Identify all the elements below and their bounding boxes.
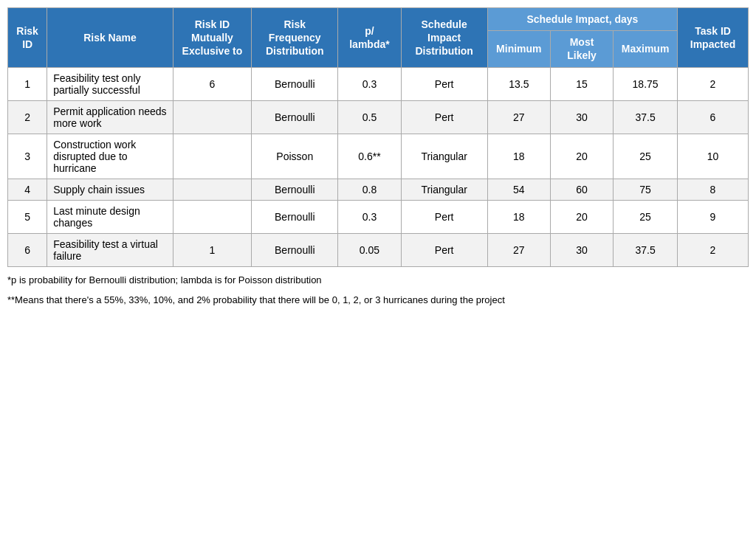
table-row: 3Construction work disrupted due to hurr…: [8, 134, 749, 179]
table-cell: Feasibility test only partially successf…: [47, 67, 173, 100]
table-cell: 2: [678, 67, 749, 100]
table-cell: 20: [550, 200, 613, 233]
table-cell: Supply chain issues: [47, 179, 173, 200]
table-cell: [173, 134, 252, 179]
table-cell: Pert: [401, 233, 487, 266]
table-cell: 37.5: [614, 233, 678, 266]
table-cell: 1: [8, 67, 47, 100]
table-cell: 1: [173, 233, 252, 266]
table-cell: 27: [487, 233, 550, 266]
table-cell: 30: [550, 233, 613, 266]
header-schedule-impact-dist: Schedule Impact Distribution: [401, 8, 487, 68]
table-cell: 6: [678, 100, 749, 134]
table-cell: 20: [550, 134, 613, 179]
table-cell: Last minute design changes: [47, 200, 173, 233]
table-row: 4Supply chain issuesBernoulli0.8Triangul…: [8, 179, 749, 200]
table-cell: Triangular: [401, 134, 487, 179]
table-cell: 9: [678, 200, 749, 233]
table-cell: Bernoulli: [252, 100, 338, 134]
table-cell: 15: [550, 67, 613, 100]
table-cell: 6: [8, 233, 47, 266]
table-cell: 25: [614, 200, 678, 233]
table-cell: Triangular: [401, 179, 487, 200]
table-cell: 37.5: [614, 100, 678, 134]
table-cell: 27: [487, 100, 550, 134]
risk-table: Risk ID Risk Name Risk ID Mutually Exclu…: [7, 7, 749, 267]
footnote-1: *p is probability for Bernoulli distribu…: [7, 273, 749, 288]
footnote-2: **Means that there's a 55%, 33%, 10%, an…: [7, 293, 749, 308]
table-cell: Permit application needs more work: [47, 100, 173, 134]
table-cell: Construction work disrupted due to hurri…: [47, 134, 173, 179]
table-cell: Bernoulli: [252, 179, 338, 200]
header-risk-name: Risk Name: [47, 8, 173, 68]
table-cell: 8: [678, 179, 749, 200]
table-cell: 13.5: [487, 67, 550, 100]
table-cell: 18.75: [614, 67, 678, 100]
table-cell: [173, 179, 252, 200]
header-task-id: Task ID Impacted: [678, 8, 749, 68]
table-cell: 4: [8, 179, 47, 200]
table-cell: 10: [678, 134, 749, 179]
header-schedule-impact-group: Schedule Impact, days: [487, 8, 677, 31]
header-risk-id: Risk ID: [8, 8, 47, 68]
table-cell: Bernoulli: [252, 233, 338, 266]
header-most-likely: Most Likely: [550, 31, 613, 67]
table-cell: 0.3: [338, 67, 401, 100]
table-cell: 0.5: [338, 100, 401, 134]
table-row: 1Feasibility test only partially success…: [8, 67, 749, 100]
header-minimum: Minimum: [487, 31, 550, 67]
table-cell: [173, 100, 252, 134]
table-cell: 6: [173, 67, 252, 100]
table-cell: Pert: [401, 67, 487, 100]
table-cell: 60: [550, 179, 613, 200]
table-cell: 0.05: [338, 233, 401, 266]
header-frequency-dist: Risk Frequency Distribution: [252, 8, 338, 68]
table-container: Risk ID Risk Name Risk ID Mutually Exclu…: [7, 7, 749, 308]
table-cell: 18: [487, 200, 550, 233]
table-cell: 0.3: [338, 200, 401, 233]
table-cell: Bernoulli: [252, 200, 338, 233]
table-cell: Pert: [401, 200, 487, 233]
table-cell: 2: [678, 233, 749, 266]
table-cell: Bernoulli: [252, 67, 338, 100]
table-cell: Feasibility test a virtual failure: [47, 233, 173, 266]
table-cell: 25: [614, 134, 678, 179]
table-row: 6Feasibility test a virtual failure1Bern…: [8, 233, 749, 266]
table-cell: 0.8: [338, 179, 401, 200]
table-cell: Pert: [401, 100, 487, 134]
table-row: 5Last minute design changesBernoulli0.3P…: [8, 200, 749, 233]
table-row: 2Permit application needs more workBerno…: [8, 100, 749, 134]
table-cell: 54: [487, 179, 550, 200]
table-cell: 30: [550, 100, 613, 134]
table-cell: 5: [8, 200, 47, 233]
table-cell: 0.6**: [338, 134, 401, 179]
table-cell: 75: [614, 179, 678, 200]
header-maximum: Maximum: [614, 31, 678, 67]
header-mutually-exclusive: Risk ID Mutually Exclusive to: [173, 8, 252, 68]
table-cell: [173, 200, 252, 233]
table-cell: Poisson: [252, 134, 338, 179]
table-cell: 18: [487, 134, 550, 179]
header-p-lambda: p/ lambda*: [338, 8, 401, 68]
table-cell: 3: [8, 134, 47, 179]
table-cell: 2: [8, 100, 47, 134]
